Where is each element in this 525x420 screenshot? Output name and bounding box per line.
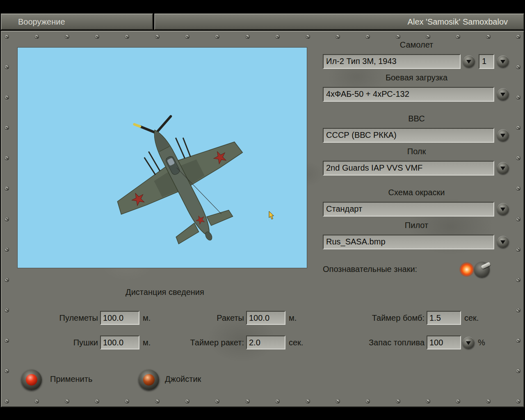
aircraft-count-dropdown-button[interactable] [497,55,509,67]
paint-scheme-select[interactable]: Стандарт [323,202,494,217]
machine-guns-label: Пулеметы [17,313,98,323]
screw-icon [34,34,39,39]
screw-icon [5,186,9,191]
fuel-dropdown-button[interactable] [463,337,475,349]
screw-icon [336,34,340,39]
screw-icon [5,217,9,221]
screw-icon [5,95,9,100]
screw-icon [456,34,460,39]
screw-icon [486,399,491,404]
fuel-label: Запас топлива [317,338,425,347]
toggle-indicator-light [459,262,474,277]
screw-icon [275,34,280,39]
pilot-select[interactable]: Rus_SASA.bmp [323,235,494,249]
screw-icon [125,34,129,39]
screw-icon [5,247,9,252]
screw-icon [396,399,400,404]
airforce-dropdown-button[interactable] [497,129,509,141]
screw-icon [396,34,400,39]
screw-icon [516,95,520,100]
convergence-title: Дистанция сведения [62,288,267,297]
bomb-timer-unit: сек. [464,313,479,323]
airforce-select[interactable]: СССР (ВВС РККА) [323,128,494,143]
screw-icon [306,399,310,404]
player-name: Alex 'Samosik' Samoxbalov [408,17,508,27]
screw-icon [155,34,160,39]
machine-guns-input[interactable] [100,311,139,325]
screw-icon [5,34,9,39]
screw-icon [516,65,520,69]
screw-icon [516,338,520,343]
main-panel: Самолет Ил-2 Тип 3М, 1943 1 Боевая загру… [1,31,524,407]
screw-icon [95,34,99,39]
cannons-input[interactable] [100,336,139,349]
screw-icon [245,34,250,39]
screw-icon [516,399,520,404]
screw-icon [245,399,250,404]
rocket-timer-input[interactable] [246,336,285,349]
joystick-button[interactable] [139,370,159,390]
screw-icon [5,126,9,130]
screw-icon [516,247,520,252]
loadout-label: Боевая загрузка [323,73,510,82]
regiment-dropdown-button[interactable] [497,162,509,174]
screw-icon [215,399,219,404]
regiment-select[interactable]: 2nd Guards IAP VVS VMF [323,161,494,176]
screw-icon [516,186,520,191]
screw-icon [516,156,520,160]
rocket-timer-unit: сек. [289,338,303,347]
screw-icon [306,34,310,39]
rocket-timer-label: Таймер ракет: [157,338,244,347]
screw-icon [95,399,99,404]
bomb-timer-label: Таймер бомб: [317,313,425,323]
screw-icon [5,399,9,404]
screw-icon [426,399,430,404]
screw-icon [215,34,219,39]
loadout-select[interactable]: 4xФАБ-50 + 4xРС-132 [323,87,494,102]
screw-icon [516,126,520,130]
aircraft-count-select[interactable]: 1 [479,54,494,69]
screw-icon [185,399,189,404]
joystick-button-label: Джойстик [165,374,201,384]
mouse-cursor [269,211,274,220]
screw-icon [5,278,9,282]
markings-label: Опознавательные знаки: [323,265,417,274]
apply-button-label: Применить [50,374,92,384]
screw-icon [365,34,370,39]
screw-icon [516,34,520,39]
aircraft-select[interactable]: Ил-2 Тип 3М, 1943 [323,54,461,69]
screw-icon [5,369,9,373]
screw-icon [65,34,69,39]
screw-icon [5,308,9,313]
screw-icon [336,399,340,404]
pilot-label: Пилот [323,221,510,230]
machine-guns-unit: м. [143,313,151,323]
rockets-input[interactable] [246,311,285,325]
markings-toggle[interactable] [459,261,493,278]
screw-icon [516,308,520,313]
screw-icon [516,369,520,373]
aircraft-top-view [102,105,266,268]
tab-armament[interactable]: Вооружение [1,14,153,30]
aircraft-dropdown-button[interactable] [463,55,475,67]
fuel-input[interactable] [427,336,461,349]
screw-icon [516,278,520,282]
loadout-dropdown-button[interactable] [497,88,509,100]
screw-icon [456,399,460,404]
screw-icon [5,338,9,343]
rockets-label: Ракеты [157,313,244,323]
screw-icon [5,156,9,160]
paint-scheme-dropdown-button[interactable] [497,203,509,215]
screw-icon [426,34,430,39]
header-bar: Alex 'Samosik' Samoxbalov [154,14,524,30]
pilot-dropdown-button[interactable] [497,236,509,248]
cannons-unit: м. [143,338,151,347]
screw-icon [65,399,69,404]
apply-button[interactable] [21,370,42,390]
cannons-label: Пушки [17,338,98,347]
paint-scheme-label: Схема окраски [323,188,510,197]
bomb-timer-input[interactable] [427,311,461,325]
fuel-unit: % [478,338,485,347]
screw-icon [486,34,491,39]
screw-icon [34,399,39,404]
